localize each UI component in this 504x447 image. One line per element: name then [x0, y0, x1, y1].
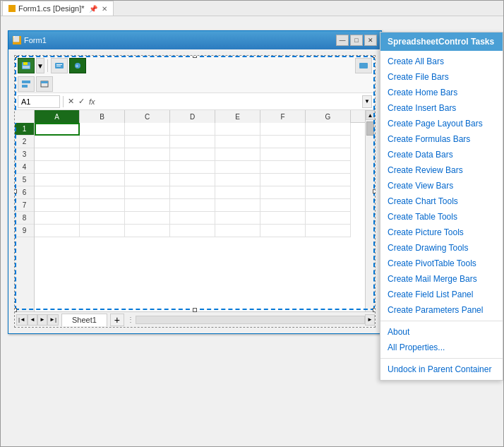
sheet-nav-buttons: |◄ ◄ ► ►| [16, 314, 59, 326]
cell-a1[interactable] [35, 123, 80, 136]
task-create-pivot-table-tools[interactable]: Create PivotTable Tools [380, 256, 503, 271]
toolbar-right-icon [359, 61, 368, 70]
row-num-8[interactable]: 8 [15, 212, 34, 225]
row-num-5[interactable]: 5 [15, 174, 34, 186]
toolbar-btn3[interactable]: + [69, 58, 86, 73]
row-num-9[interactable]: 9 [15, 225, 34, 237]
task-create-insert-bars[interactable]: Create Insert Bars [380, 100, 503, 116]
resize-handle-mr[interactable] [373, 189, 376, 193]
toolbar-icon2 [54, 61, 64, 70]
v-scrollbar[interactable]: ▲ ▼ [365, 110, 375, 328]
col-header-d[interactable]: D [170, 110, 215, 123]
task-create-all-bars[interactable]: Create All Bars [380, 54, 503, 69]
h-scroll-right-btn[interactable]: ► [365, 314, 375, 326]
sheet-dots[interactable]: ⋮ [127, 316, 134, 323]
cell-d1[interactable] [170, 123, 215, 136]
row-num-6[interactable]: 6 [15, 186, 34, 199]
toolbar-icon3: + [73, 61, 83, 70]
tab-close-icon[interactable]: ✕ [102, 5, 107, 13]
nav-first-btn[interactable]: |◄ [16, 314, 28, 326]
col-header-c[interactable]: C [125, 110, 170, 123]
form-close-button[interactable]: ✕ [364, 35, 377, 46]
resize-handle-tm[interactable] [193, 55, 197, 58]
cell-c1[interactable] [125, 123, 170, 136]
form-maximize-button[interactable]: □ [350, 35, 363, 46]
task-create-picture-tools[interactable]: Create Picture Tools [380, 225, 503, 240]
task-create-chart-tools[interactable]: Create Chart Tools [380, 193, 503, 209]
cell-a2[interactable] [35, 136, 80, 148]
row-num-3[interactable]: 3 [15, 148, 34, 161]
col-header-g[interactable]: G [306, 110, 351, 123]
h-scrollbar-track[interactable] [136, 316, 365, 324]
task-create-file-bars[interactable]: Create File Bars [380, 69, 503, 85]
toolbar-dropdown-btn[interactable]: ▼ [36, 58, 44, 73]
task-create-formulas-bars[interactable]: Create Formulas Bars [380, 131, 503, 147]
col-header-a[interactable]: A [35, 110, 80, 123]
form-title-left: ⬜ Form1 [13, 36, 47, 44]
col-header-f[interactable]: F [260, 110, 306, 123]
formula-cancel-icon[interactable]: ✕ [66, 97, 76, 106]
resize-handle-bm[interactable] [193, 308, 197, 312]
nav-prev-btn[interactable]: ◄ [28, 314, 37, 326]
task-create-page-layout-bars[interactable]: Create Page Layout Bars [380, 116, 503, 131]
cell-f1[interactable] [260, 123, 306, 136]
task-create-view-bars[interactable]: Create View Bars [380, 178, 503, 193]
svg-rect-10 [22, 85, 28, 88]
resize-handle-br[interactable] [373, 308, 376, 312]
toolbar-btn-save[interactable] [18, 58, 35, 73]
save-icon [21, 61, 31, 70]
cell-g1[interactable] [306, 123, 351, 136]
formula-dropdown-button[interactable]: ▼ [362, 95, 372, 108]
task-create-data-bars[interactable]: Create Data Bars [380, 147, 503, 162]
row-num-1[interactable]: 1 [15, 123, 34, 136]
toolbar-btn-right[interactable] [355, 58, 372, 73]
grid-row-4 [35, 161, 365, 174]
add-sheet-button[interactable]: + [110, 314, 124, 326]
cell-b1[interactable] [80, 123, 125, 136]
task-create-home-bars[interactable]: Create Home Bars [380, 85, 503, 100]
task-create-review-bars[interactable]: Create Review Bars [380, 162, 503, 178]
cell-e1[interactable] [215, 123, 260, 136]
toolbar-btn2[interactable] [51, 58, 68, 73]
task-undock-parent[interactable]: Undock in Parent Container [380, 362, 503, 377]
grid-row-8 [35, 212, 365, 225]
scroll-thumb[interactable] [366, 121, 374, 136]
form-window[interactable]: ⬜ Form1 — □ ✕ [8, 30, 382, 334]
task-create-field-list-panel[interactable]: Create Field List Panel [380, 287, 503, 302]
resize-handle-tr[interactable] [373, 55, 376, 58]
cell-reference-input[interactable]: A1 [18, 95, 60, 108]
toolbar-row2-btn2[interactable] [36, 76, 53, 92]
resize-handle-tl[interactable] [14, 55, 17, 58]
nav-last-btn[interactable]: ►| [47, 314, 59, 326]
resize-handle-ml[interactable] [14, 189, 17, 193]
task-create-drawing-tools[interactable]: Create Drawing Tools [380, 240, 503, 256]
formula-input[interactable] [100, 95, 359, 108]
resize-handle-bl[interactable] [14, 308, 17, 312]
ide-frame: Form1.cs [Design]* 📌 ✕ ⬜ Form1 — □ ✕ [0, 0, 504, 447]
task-about[interactable]: About [380, 324, 503, 340]
col-header-b[interactable]: B [80, 110, 125, 123]
row-num-4[interactable]: 4 [15, 161, 34, 174]
toolbar-row2-btn1[interactable] [18, 76, 35, 92]
task-create-table-tools[interactable]: Create Table Tools [380, 209, 503, 225]
formula-fx-icon[interactable]: fx [88, 97, 97, 106]
task-create-mail-merge-bars[interactable]: Create Mail Merge Bars [380, 271, 503, 287]
form-minimize-button[interactable]: — [336, 35, 349, 46]
col-header-e[interactable]: E [215, 110, 260, 123]
svg-text:+: + [76, 64, 78, 68]
task-all-properties[interactable]: All Properties... [380, 340, 503, 355]
row2-icon2 [40, 80, 49, 88]
row-num-2[interactable]: 2 [15, 136, 34, 148]
grid-row-3 [35, 148, 365, 161]
sheet-tab-sheet1[interactable]: Sheet1 [61, 314, 107, 326]
designer-tab[interactable]: Form1.cs [Design]* 📌 ✕ [2, 1, 114, 16]
task-create-parameters-panel[interactable]: Create Parameters Panel [380, 302, 503, 318]
formula-confirm-icon[interactable]: ✓ [77, 97, 86, 106]
grid-row-9 [35, 225, 365, 237]
scroll-up-button[interactable]: ▲ [366, 110, 375, 120]
tab-file-icon [8, 5, 16, 12]
spreadsheet-control[interactable]: ▼ + [14, 55, 376, 328]
row-num-7[interactable]: 7 [15, 199, 34, 212]
nav-next-btn[interactable]: ► [37, 314, 47, 326]
tab-pin-icon[interactable]: 📌 [89, 5, 97, 13]
